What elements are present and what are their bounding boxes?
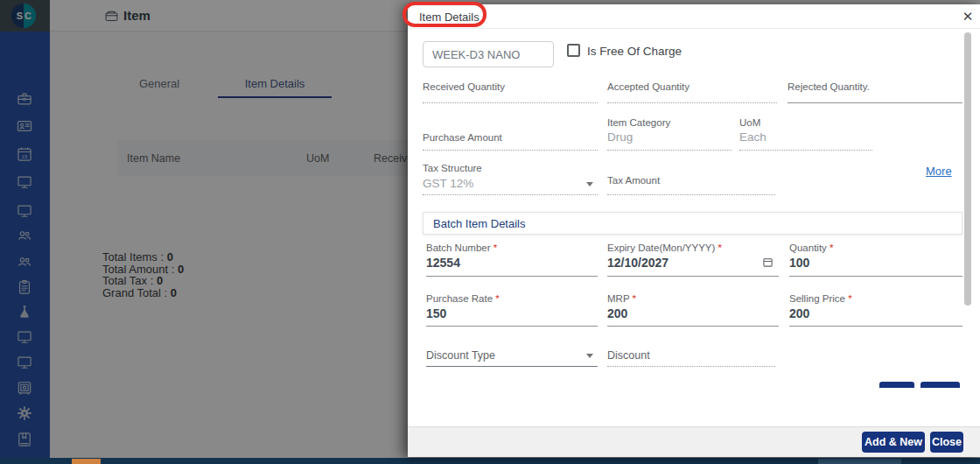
item-category-field xyxy=(607,150,732,151)
discount-type-label: Discount Type xyxy=(426,349,495,362)
uom-field xyxy=(739,150,872,151)
tax-structure-label: Tax Structure xyxy=(423,163,482,173)
purchase-amount-label: Purchase Amount xyxy=(423,132,502,143)
uom-value: Each xyxy=(739,130,766,144)
batch-item-details-title: Batch Item Details xyxy=(433,217,526,230)
bottom-edge-light-segment xyxy=(818,459,901,464)
selling-price-value[interactable]: 200 xyxy=(789,306,809,320)
expiry-date-value[interactable]: 12/10/2027 xyxy=(607,256,668,270)
modal-scrollbar[interactable] xyxy=(964,32,971,306)
batch-number-label: Batch Number * xyxy=(426,243,497,253)
selling-price-field[interactable] xyxy=(789,326,962,327)
item-category-value: Drug xyxy=(607,130,633,144)
required-asterisk: * xyxy=(830,243,833,253)
batch-item-details-header: Batch Item Details xyxy=(423,212,962,235)
discount-label: Discount xyxy=(607,349,650,362)
free-of-charge-label: Is Free Of Charge xyxy=(587,45,682,58)
rejected-qty-label: Rejected Quantity. xyxy=(788,81,870,92)
item-name-input[interactable] xyxy=(423,41,554,67)
quantity-value[interactable]: 100 xyxy=(789,256,809,270)
window-bottom-edge xyxy=(0,458,980,464)
item-details-modal: Item Details ✕ Is Free Of Charge Receive… xyxy=(408,4,980,457)
purchase-rate-value[interactable]: 150 xyxy=(426,306,446,320)
annotation-highlight xyxy=(402,2,486,27)
required-asterisk: * xyxy=(848,293,851,304)
discount-type-dropdown-icon[interactable] xyxy=(586,354,593,358)
purchase-rate-field[interactable] xyxy=(426,326,598,327)
expiry-date-label: Expiry Date(Mon/YYYY) * xyxy=(607,243,722,253)
add-and-new-button[interactable]: Add & New xyxy=(862,432,925,453)
clipped-button[interactable] xyxy=(879,382,914,388)
more-link[interactable]: More xyxy=(926,165,952,178)
discount-field[interactable] xyxy=(607,366,775,367)
tax-structure-value: GST 12% xyxy=(423,177,473,190)
required-asterisk: * xyxy=(494,243,497,253)
tax-structure-dropdown-icon[interactable] xyxy=(586,182,593,186)
batch-number-value[interactable]: 12554 xyxy=(426,256,460,270)
rejected-qty-field[interactable] xyxy=(788,102,962,103)
date-picker-icon[interactable] xyxy=(762,256,774,271)
received-qty-label: Received Quantity xyxy=(423,81,505,92)
bottom-edge-orange-segment xyxy=(72,459,101,464)
batch-number-field[interactable] xyxy=(426,276,598,277)
clipped-button[interactable] xyxy=(920,382,960,388)
required-asterisk: * xyxy=(718,243,722,253)
free-of-charge-checkbox[interactable] xyxy=(567,44,580,57)
quantity-label: Quantity * xyxy=(789,243,834,253)
accepted-qty-label: Accepted Quantity xyxy=(607,81,690,92)
required-asterisk: * xyxy=(633,293,636,304)
discount-type-field[interactable] xyxy=(426,366,598,367)
mrp-label: MRP * xyxy=(607,293,636,304)
modal-header: Item Details xyxy=(408,4,980,29)
tax-structure-field[interactable] xyxy=(423,194,598,195)
close-button[interactable]: Close xyxy=(930,432,963,453)
received-qty-field[interactable] xyxy=(423,102,598,103)
tax-amount-label: Tax Amount xyxy=(607,175,660,186)
close-icon[interactable]: ✕ xyxy=(959,8,976,25)
purchase-rate-label: Purchase Rate * xyxy=(426,293,500,304)
required-asterisk: * xyxy=(495,293,499,304)
quantity-field[interactable] xyxy=(789,276,962,277)
expiry-date-field[interactable] xyxy=(607,276,779,277)
uom-label: UoM xyxy=(739,117,760,128)
modal-footer: Add & New Close xyxy=(408,426,980,457)
item-category-label: Item Category xyxy=(607,117,670,128)
tax-amount-field[interactable] xyxy=(607,194,775,195)
selling-price-label: Selling Price * xyxy=(789,293,852,304)
mrp-value[interactable]: 200 xyxy=(607,306,627,320)
purchase-amount-field[interactable] xyxy=(423,150,598,151)
accepted-qty-field[interactable] xyxy=(607,102,777,103)
mrp-field[interactable] xyxy=(607,326,779,327)
